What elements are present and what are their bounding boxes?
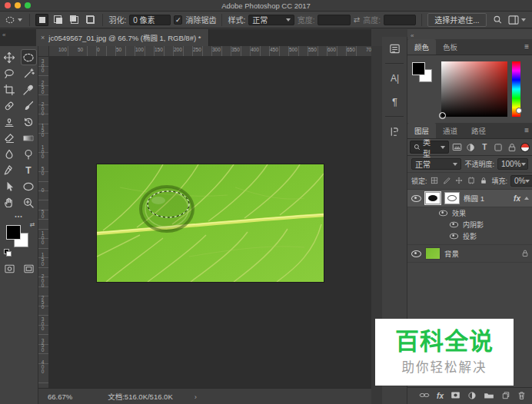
crop-tool[interactable]	[2, 81, 18, 98]
hue-slider[interactable]	[512, 61, 520, 117]
saturation-brightness-field[interactable]	[441, 61, 507, 117]
document-image[interactable]	[97, 164, 324, 282]
new-group-button[interactable]	[484, 391, 494, 401]
tab-swatches[interactable]: 色板	[436, 39, 464, 55]
dodge-tool[interactable]	[21, 146, 37, 162]
zoom-level-field[interactable]: 66.67%	[48, 392, 72, 401]
foreground-color-swatch[interactable]	[412, 62, 425, 75]
layer-name[interactable]: 背景	[444, 248, 459, 259]
filter-pixel-layers-icon[interactable]	[452, 142, 463, 153]
pen-tool[interactable]	[2, 162, 18, 178]
opacity-select[interactable]: 100%	[497, 158, 528, 170]
collapse-panels-icon[interactable]: «	[411, 32, 414, 39]
subtract-from-selection-button[interactable]	[68, 14, 81, 26]
width-input[interactable]	[318, 15, 350, 25]
new-layer-button[interactable]	[501, 391, 510, 402]
layer-row-ellipse1[interactable]: 椭圆 1 fx	[407, 190, 532, 207]
eyedropper-tool[interactable]	[21, 81, 37, 98]
move-tool[interactable]	[2, 49, 18, 65]
feather-input[interactable]: 0 像素	[129, 15, 171, 25]
inner-shadow-row[interactable]: 内阴影	[407, 219, 532, 230]
add-to-selection-button[interactable]	[52, 14, 65, 26]
layer-style-button[interactable]: fx	[437, 392, 444, 400]
ellipse-shape-tool[interactable]	[21, 178, 37, 194]
visibility-toggle[interactable]	[411, 250, 421, 257]
layer-name[interactable]: 椭圆 1	[464, 193, 484, 204]
filter-smart-objects-icon[interactable]	[507, 142, 517, 153]
glyphs-panel-icon[interactable]	[382, 120, 407, 143]
lasso-tool[interactable]	[2, 65, 18, 81]
collapse-effects-icon[interactable]	[524, 197, 529, 200]
default-colors-icon[interactable]	[4, 249, 11, 256]
eye-icon[interactable]	[450, 233, 458, 240]
hue-slider-handle[interactable]	[516, 108, 522, 114]
delete-layer-button[interactable]	[517, 391, 526, 402]
eraser-tool[interactable]	[2, 130, 18, 146]
intersect-selection-button[interactable]	[84, 14, 97, 26]
fill-select[interactable]: 0%	[510, 175, 532, 187]
tab-layers[interactable]: 图层	[407, 123, 436, 138]
status-options-chevron[interactable]: ›	[195, 392, 197, 401]
elliptical-marquee-tool[interactable]	[21, 49, 37, 65]
eye-icon[interactable]	[439, 210, 447, 217]
panel-menu-icon[interactable]: ≡	[524, 126, 529, 134]
filter-type-layers-icon[interactable]: T	[479, 142, 490, 153]
character-panel-icon[interactable]: A|	[382, 67, 407, 90]
type-tool[interactable]: T	[21, 162, 37, 178]
fx-badge[interactable]: fx	[514, 194, 520, 203]
swap-colors-icon[interactable]: ⇄	[30, 221, 35, 228]
tab-paths[interactable]: 路径	[464, 123, 493, 138]
edit-toolbar-ellipsis[interactable]: •••	[0, 214, 38, 219]
search-icon[interactable]	[493, 15, 502, 25]
link-layers-button[interactable]	[419, 392, 430, 400]
lock-artboard-icon[interactable]	[467, 177, 475, 186]
lock-pixels-icon[interactable]	[443, 177, 451, 186]
paragraph-panel-icon[interactable]: ¶	[382, 90, 407, 113]
height-input[interactable]	[384, 15, 416, 25]
background-layer-thumbnail[interactable]	[425, 247, 441, 260]
antialias-checkbox[interactable]: ✓	[174, 15, 183, 25]
healing-brush-tool[interactable]	[2, 98, 18, 114]
close-tab-icon[interactable]: ×	[41, 34, 45, 41]
vector-mask-thumbnail[interactable]	[444, 192, 460, 204]
swap-dimensions-icon[interactable]: ⇄	[354, 15, 360, 24]
lock-transparency-icon[interactable]	[431, 177, 438, 186]
toolbar-collapse-icon[interactable]: «	[2, 31, 5, 38]
layer-filtering-toggle[interactable]	[520, 143, 530, 152]
effects-group-row[interactable]: 效果	[407, 207, 532, 219]
blend-mode-select[interactable]: 正常	[411, 158, 461, 170]
style-select[interactable]: 正常	[248, 15, 294, 25]
select-and-mask-button[interactable]: 选择并遮住...	[427, 13, 486, 27]
add-layer-mask-button[interactable]	[451, 391, 461, 401]
canvas-area[interactable]	[49, 57, 371, 388]
history-brush-tool[interactable]	[21, 114, 37, 130]
tab-color[interactable]: 颜色	[407, 39, 436, 55]
eye-icon[interactable]	[450, 222, 458, 228]
filter-type-select[interactable]: 类型	[410, 141, 449, 154]
smudge-tool[interactable]	[2, 146, 18, 162]
gradient-tool[interactable]	[21, 130, 37, 146]
shape-layer-thumbnail[interactable]	[425, 192, 441, 204]
quick-mask-button[interactable]	[4, 263, 15, 276]
screen-mode-button[interactable]	[23, 263, 35, 276]
lock-all-icon[interactable]	[480, 177, 487, 186]
path-selection-tool[interactable]	[2, 178, 18, 194]
drop-shadow-row[interactable]: 投影	[407, 230, 532, 244]
filter-adjustment-layers-icon[interactable]	[466, 142, 477, 153]
filter-shape-layers-icon[interactable]	[493, 142, 504, 153]
color-picker-handle[interactable]	[439, 112, 446, 119]
tab-channels[interactable]: 通道	[436, 123, 464, 138]
clone-stamp-tool[interactable]	[2, 114, 18, 130]
lock-position-icon[interactable]	[455, 177, 463, 186]
magic-wand-tool[interactable]	[21, 65, 37, 81]
layer-row-background[interactable]: 背景	[407, 244, 532, 263]
libraries-panel-icon[interactable]	[382, 37, 407, 60]
document-tab[interactable]: × jc0549567_01.jpg @ 66.7% (椭圆 1, RGB/8#…	[36, 29, 209, 46]
tool-preset-picker[interactable]	[3, 14, 24, 26]
panel-menu-icon[interactable]: ≡	[524, 42, 529, 51]
zoom-tool[interactable]	[21, 194, 37, 210]
workspace-switcher[interactable]	[508, 15, 526, 25]
brush-tool[interactable]	[21, 98, 37, 114]
new-selection-button[interactable]	[35, 14, 48, 26]
visibility-toggle[interactable]	[411, 195, 421, 202]
